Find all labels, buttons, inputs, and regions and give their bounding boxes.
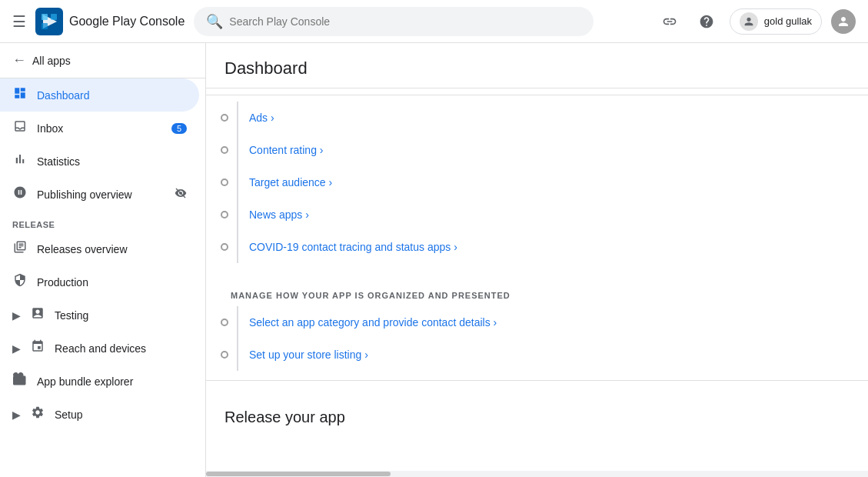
back-icon: ← [12, 52, 26, 68]
timeline-item-target-audience: Target audience › [249, 166, 850, 198]
timeline-dot [221, 243, 228, 251]
checklist-section: Ads › Content rating › Target audience ›… [206, 102, 868, 371]
sidebar-item-label: Dashboard [37, 89, 187, 102]
releases-overview-icon [12, 240, 28, 258]
search-input[interactable] [229, 15, 581, 28]
timeline-vline [237, 102, 238, 263]
setup-icon [30, 405, 45, 423]
all-apps-label[interactable]: All apps [32, 55, 71, 67]
horizontal-scrollbar[interactable] [206, 471, 868, 477]
sidebar-item-app-bundle-explorer[interactable]: App bundle explorer [0, 365, 199, 398]
all-apps-header[interactable]: ← All apps [0, 43, 205, 78]
svg-rect-3 [51, 14, 57, 20]
sidebar-item-setup[interactable]: ▶ Setup [0, 398, 199, 431]
section-divider-2 [206, 380, 868, 381]
main-layout: ← All apps Dashboard Inbox 5 Statistics [0, 43, 868, 477]
svg-rect-2 [42, 14, 48, 20]
user-name-label: gold gullak [764, 15, 812, 27]
expand-icon: ▶ [12, 309, 21, 322]
inbox-icon [12, 119, 28, 137]
sidebar-item-label: Testing [55, 309, 187, 322]
search-bar[interactable]: 🔍 [194, 7, 594, 36]
timeline-item-covid: COVID-19 contact tracing and status apps… [249, 231, 850, 263]
bundle-icon [12, 372, 28, 390]
timeline-item-news-apps: News apps › [249, 198, 850, 231]
sidebar-item-label: Reach and devices [55, 342, 187, 355]
inbox-badge: 5 [171, 123, 187, 134]
sidebar-item-label: App bundle explorer [37, 375, 187, 388]
svg-rect-4 [42, 23, 48, 29]
sidebar-item-label: Inbox [37, 122, 162, 135]
sidebar-item-production[interactable]: Production [0, 265, 199, 299]
dashboard-icon [12, 86, 28, 104]
user-badge[interactable]: gold gullak [730, 8, 822, 35]
reach-icon [30, 339, 45, 357]
link-icon[interactable] [656, 8, 683, 35]
topbar: ☰ Google Play Console 🔍 gold gullak [0, 0, 868, 43]
expand-icon: ▶ [12, 342, 21, 355]
timeline-dot [221, 146, 228, 154]
sidebar-item-dashboard[interactable]: Dashboard [0, 78, 199, 112]
sidebar-item-releases-overview[interactable]: Releases overview [0, 232, 199, 265]
sidebar-item-label: Releases overview [37, 243, 187, 255]
expand-icon: ▶ [12, 409, 21, 421]
avatar[interactable] [831, 9, 856, 34]
publishing-icon [12, 185, 28, 203]
sidebar-item-statistics[interactable]: Statistics [0, 145, 199, 178]
timeline-dot [221, 178, 228, 186]
manage-timeline-vline [237, 306, 238, 371]
sidebar: ← All apps Dashboard Inbox 5 Statistics [0, 43, 206, 477]
user-badge-icon [740, 12, 758, 31]
logo-text: Google Play Console [69, 15, 185, 28]
timeline-dot [221, 114, 228, 122]
search-icon: 🔍 [206, 13, 223, 30]
timeline-item-app-category: Select an app category and provide conta… [249, 306, 850, 339]
sidebar-item-inbox[interactable]: Inbox 5 [0, 112, 199, 145]
statistics-icon [12, 152, 28, 170]
production-icon [12, 273, 28, 291]
timeline-dot [221, 319, 228, 326]
content-header: Dashboard [206, 43, 868, 88]
menu-icon[interactable]: ☰ [12, 12, 26, 31]
logo-area: Google Play Console [35, 8, 185, 35]
timeline-item-store-listing: Set up your store listing › [249, 339, 850, 371]
sidebar-item-publishing-overview[interactable]: Publishing overview [0, 178, 199, 211]
sidebar-item-testing[interactable]: ▶ Testing [0, 299, 199, 332]
news-apps-link[interactable]: News apps › [249, 208, 309, 221]
publishing-icon-extra [175, 187, 187, 202]
ads-link[interactable]: Ads › [249, 112, 274, 124]
help-icon[interactable] [693, 8, 720, 35]
scrollbar-thumb-horizontal[interactable] [206, 472, 391, 476]
app-category-link[interactable]: Select an app category and provide conta… [249, 316, 497, 329]
testing-icon [30, 306, 45, 324]
sidebar-item-label: Production [37, 276, 187, 289]
timeline-item-content-rating: Content rating › [249, 134, 850, 166]
sidebar-item-label: Statistics [37, 155, 187, 168]
sidebar-item-reach-and-devices[interactable]: ▶ Reach and devices [0, 332, 199, 365]
timeline-dot [221, 211, 228, 218]
manage-timeline-wrapper: Select an app category and provide conta… [224, 306, 850, 371]
sidebar-item-label: Publishing overview [37, 188, 165, 201]
manage-section-title: MANAGE HOW YOUR APP IS ORGANIZED AND PRE… [224, 275, 850, 306]
logo-icon [35, 8, 63, 35]
store-listing-link[interactable]: Set up your store listing › [249, 349, 368, 361]
sidebar-item-label: Setup [55, 409, 187, 421]
timeline-dot [221, 351, 228, 359]
covid-link[interactable]: COVID-19 contact tracing and status apps… [249, 241, 457, 253]
section-divider [206, 95, 868, 95]
content-rating-link[interactable]: Content rating › [249, 144, 324, 156]
timeline-wrapper: Ads › Content rating › Target audience ›… [224, 102, 850, 263]
release-section-label: Release [0, 211, 205, 232]
page-title: Dashboard [224, 58, 850, 78]
release-your-app-title: Release your app [206, 390, 868, 435]
content-area: Dashboard Ads › Content rating › [206, 43, 868, 477]
target-audience-link[interactable]: Target audience › [249, 176, 332, 188]
topbar-right: gold gullak [656, 8, 856, 35]
timeline-item-ads: Ads › [249, 102, 850, 134]
